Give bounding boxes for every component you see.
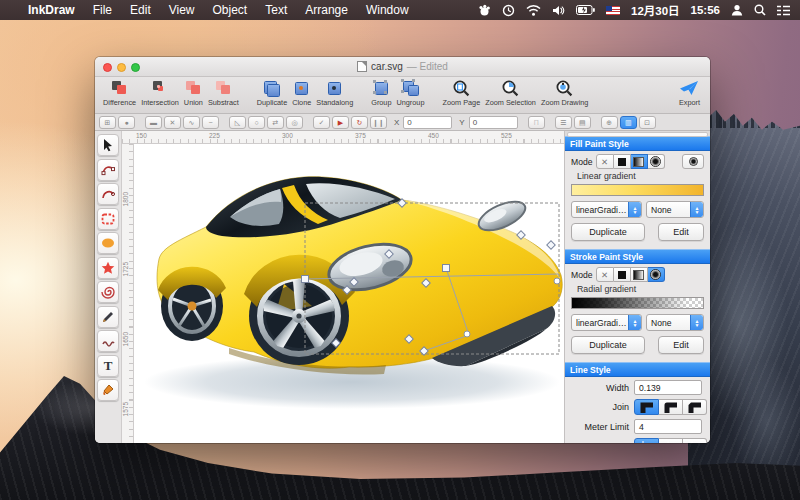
fill-edit-button[interactable]: Edit bbox=[658, 223, 704, 241]
mini-cut-icon[interactable]: ✕ bbox=[164, 116, 181, 129]
substract-button[interactable]: Substract bbox=[208, 79, 239, 107]
cap-butt-button[interactable] bbox=[634, 438, 659, 443]
fill-gradient-select[interactable]: linearGradien…▲▼ bbox=[571, 201, 642, 218]
menu-arrange[interactable]: Arrange bbox=[305, 3, 348, 17]
x-input[interactable]: 0 bbox=[403, 116, 452, 129]
close-button[interactable] bbox=[103, 63, 112, 72]
mini-rotate-icon[interactable]: ↻ bbox=[351, 116, 368, 129]
fill-mode-linear[interactable] bbox=[631, 154, 648, 169]
spiral-tool[interactable] bbox=[97, 281, 119, 303]
cap-round-button[interactable] bbox=[659, 438, 683, 443]
fill-mode-none[interactable]: ✕ bbox=[596, 154, 614, 169]
fill-mode-radial[interactable] bbox=[648, 154, 665, 169]
fill-panel-header[interactable]: Fill Paint Style bbox=[565, 136, 710, 151]
clone-button[interactable]: Clone bbox=[292, 79, 311, 107]
stroke-gradient-swatch[interactable] bbox=[571, 297, 704, 309]
line-panel-header[interactable]: Line Style bbox=[565, 362, 710, 377]
zoom-button[interactable] bbox=[131, 63, 140, 72]
menubar-date[interactable]: 12月30日 bbox=[631, 2, 680, 18]
union-button[interactable]: Union bbox=[184, 79, 203, 107]
menu-file[interactable]: File bbox=[93, 3, 112, 17]
fill-duplicate-button[interactable]: Duplicate bbox=[571, 223, 645, 241]
export-button[interactable]: Export bbox=[679, 79, 700, 107]
stroke-gradient-select[interactable]: linearGradien…▲▼ bbox=[571, 314, 642, 331]
ungroup-button[interactable]: Ungroup bbox=[396, 79, 424, 107]
text-tool[interactable]: T bbox=[97, 355, 119, 377]
menubar-clock[interactable]: 15:56 bbox=[691, 4, 720, 16]
stroke-duplicate-button[interactable]: Duplicate bbox=[571, 336, 645, 354]
mini-delete-icon[interactable]: − bbox=[202, 116, 219, 129]
duplicate-button[interactable]: Duplicate bbox=[257, 79, 287, 107]
drawing-canvas[interactable] bbox=[134, 144, 564, 443]
menu-edit[interactable]: Edit bbox=[130, 3, 151, 17]
fill-swatch-select[interactable]: None▲▼ bbox=[646, 201, 704, 218]
input-method-icon[interactable] bbox=[478, 4, 491, 17]
miter-limit-input[interactable]: 4 bbox=[634, 419, 702, 434]
title-bar[interactable]: car.svg — Edited bbox=[95, 57, 710, 77]
pencil-tool[interactable] bbox=[97, 306, 119, 328]
y-input[interactable]: 0 bbox=[469, 116, 518, 129]
intersection-button[interactable]: Intersection bbox=[141, 79, 179, 107]
menu-object[interactable]: Object bbox=[213, 3, 248, 17]
mini-segment-icon[interactable]: ▬ bbox=[145, 116, 162, 129]
join-round-button[interactable] bbox=[659, 399, 683, 415]
fill-mode-flat[interactable] bbox=[614, 154, 631, 169]
battery-icon[interactable] bbox=[576, 5, 595, 15]
mini-expand-icon[interactable]: ⊕ bbox=[601, 116, 618, 129]
star-tool[interactable] bbox=[97, 257, 119, 279]
panel-scrollbar[interactable] bbox=[565, 131, 710, 136]
stroke-mode-linear[interactable] bbox=[631, 267, 648, 282]
mini-cursor-icon[interactable]: ▶ bbox=[332, 116, 349, 129]
menu-view[interactable]: View bbox=[169, 3, 195, 17]
minimize-button[interactable] bbox=[117, 63, 126, 72]
zoom-page-button[interactable]: Zoom Page bbox=[442, 79, 480, 107]
ellipse-tool[interactable] bbox=[97, 232, 119, 254]
mini-align-icon[interactable]: ☰ bbox=[555, 116, 572, 129]
spotlight-icon[interactable] bbox=[754, 4, 766, 16]
wifi-icon[interactable] bbox=[526, 5, 541, 16]
mini-symmetric-icon[interactable]: ⇄ bbox=[267, 116, 284, 129]
mini-corner-icon[interactable]: ◺ bbox=[229, 116, 246, 129]
node-edit-tool[interactable] bbox=[97, 159, 119, 181]
line-width-input[interactable]: 0.139 bbox=[634, 380, 702, 395]
menu-window[interactable]: Window bbox=[366, 3, 409, 17]
fill-gradient-swatch[interactable] bbox=[571, 184, 704, 196]
stroke-panel-header[interactable]: Stroke Paint Style bbox=[565, 249, 710, 264]
group-button[interactable]: Group bbox=[371, 79, 391, 107]
mini-node-icon[interactable]: ● bbox=[118, 116, 135, 129]
mini-distribute-icon[interactable]: ▤ bbox=[574, 116, 591, 129]
stroke-mode-flat[interactable] bbox=[614, 267, 631, 282]
fill-swatch-button[interactable] bbox=[682, 154, 704, 169]
standalong-button[interactable]: Standalong bbox=[316, 79, 353, 107]
mini-columns-icon[interactable]: ▥ bbox=[620, 116, 637, 129]
mini-join-icon[interactable]: ∿ bbox=[183, 116, 200, 129]
stroke-swatch-select[interactable]: None▲▼ bbox=[646, 314, 704, 331]
cap-square-button[interactable] bbox=[683, 438, 707, 443]
fill-bucket-tool[interactable] bbox=[97, 379, 119, 401]
join-miter-button[interactable] bbox=[634, 399, 659, 415]
menu-text[interactable]: Text bbox=[265, 3, 287, 17]
notification-center-icon[interactable] bbox=[777, 5, 790, 16]
rectangle-tool[interactable] bbox=[97, 208, 119, 230]
join-bevel-button[interactable] bbox=[683, 399, 707, 415]
mini-fullscreen-icon[interactable]: ⊡ bbox=[639, 116, 656, 129]
zoom-drawing-button[interactable]: Zoom Drawing bbox=[541, 79, 588, 107]
mini-pi-icon[interactable]: Π bbox=[528, 116, 545, 129]
user-icon[interactable] bbox=[731, 4, 743, 16]
calligraphy-tool[interactable] bbox=[97, 330, 119, 352]
menu-app[interactable]: InkDraw bbox=[28, 3, 75, 17]
mini-smooth-icon[interactable]: ○ bbox=[248, 116, 265, 129]
select-tool[interactable] bbox=[97, 134, 119, 156]
mini-apply-icon[interactable]: ✓ bbox=[313, 116, 330, 129]
mini-auto-icon[interactable]: ◎ bbox=[286, 116, 303, 129]
difference-button[interactable]: Difference bbox=[103, 79, 136, 107]
stroke-mode-none[interactable]: ✕ bbox=[596, 267, 614, 282]
zoom-selection-button[interactable]: Zoom Selection bbox=[485, 79, 536, 107]
time-machine-icon[interactable] bbox=[502, 4, 515, 17]
stroke-mode-radial[interactable] bbox=[648, 267, 665, 282]
bezier-tool[interactable] bbox=[97, 183, 119, 205]
stroke-edit-button[interactable]: Edit bbox=[658, 336, 704, 354]
mini-handle-icon[interactable]: ❙❙ bbox=[370, 116, 387, 129]
input-source-flag-icon[interactable] bbox=[606, 6, 620, 15]
mini-add-icon[interactable]: ⊞ bbox=[99, 116, 116, 129]
